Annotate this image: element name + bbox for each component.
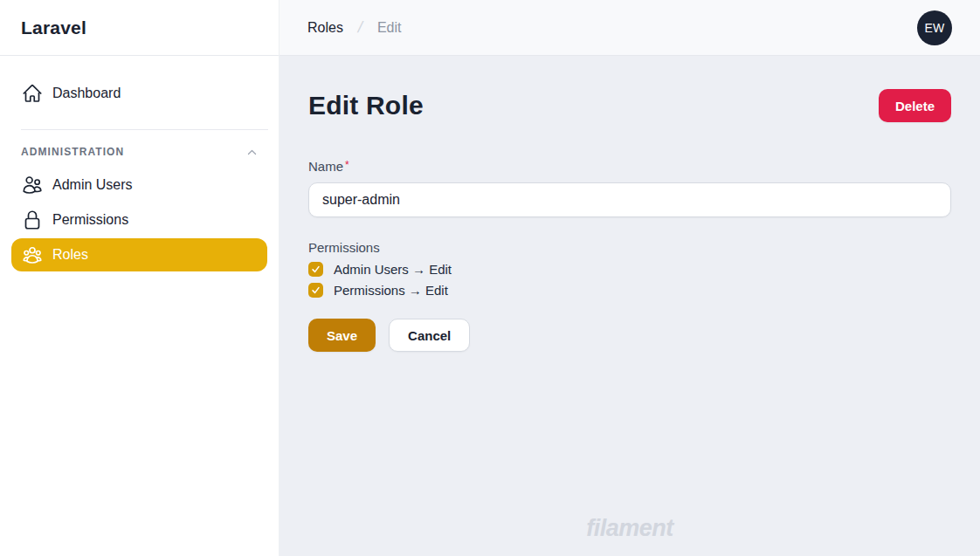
permission-row-admin-users-edit: Admin Users → Edit bbox=[308, 262, 951, 277]
page-title: Edit Role bbox=[308, 91, 424, 120]
permissions-label: Permissions bbox=[308, 240, 951, 255]
name-input[interactable] bbox=[308, 182, 951, 217]
app-window: Laravel Dashboard Administration bbox=[0, 0, 980, 556]
breadcrumb-separator: / bbox=[356, 18, 364, 37]
breadcrumb-current-page: Edit bbox=[377, 20, 402, 36]
sidebar-item-label: Permissions bbox=[52, 212, 128, 228]
sidebar-section-administration[interactable]: Administration bbox=[10, 146, 268, 158]
save-button[interactable]: Save bbox=[308, 319, 376, 352]
page-footer: filament bbox=[308, 515, 951, 546]
home-icon bbox=[22, 83, 43, 104]
permissions-field-group: Permissions Admin Users → Edit bbox=[308, 240, 951, 298]
sidebar-divider bbox=[21, 129, 268, 130]
breadcrumb-roles-link[interactable]: Roles bbox=[307, 20, 343, 36]
permission-label[interactable]: Admin Users → Edit bbox=[334, 262, 452, 277]
sidebar-item-permissions[interactable]: Permissions bbox=[11, 203, 267, 237]
main-column: Roles / Edit EW Edit Role Delete Name* bbox=[280, 0, 980, 556]
delete-button[interactable]: Delete bbox=[879, 89, 951, 122]
chevron-up-icon bbox=[246, 147, 258, 158]
breadcrumb: Roles / Edit bbox=[307, 18, 402, 37]
name-field-group: Name* bbox=[308, 159, 951, 217]
topbar: Roles / Edit EW bbox=[280, 0, 980, 56]
checkbox-checked[interactable] bbox=[308, 283, 323, 298]
sidebar-item-roles[interactable]: Roles bbox=[11, 238, 267, 271]
permission-row-permissions-edit: Permissions → Edit bbox=[308, 283, 951, 298]
brand-header: Laravel bbox=[0, 0, 279, 56]
check-icon bbox=[311, 264, 321, 274]
checkbox-checked[interactable] bbox=[308, 262, 323, 277]
sidebar-item-label: Roles bbox=[52, 247, 88, 263]
sidebar-item-label: Dashboard bbox=[52, 86, 121, 101]
sidebar-item-admin-users[interactable]: Admin Users bbox=[11, 168, 267, 202]
user-group-icon bbox=[22, 244, 43, 265]
filament-logo: filament bbox=[586, 515, 673, 542]
sidebar-nav: Dashboard Administration Admin Users bbox=[0, 56, 279, 284]
user-avatar[interactable]: EW bbox=[917, 10, 952, 45]
lock-icon bbox=[22, 209, 43, 230]
required-asterisk: * bbox=[345, 159, 349, 171]
form-actions: Save Cancel bbox=[308, 319, 951, 352]
permission-label[interactable]: Permissions → Edit bbox=[334, 283, 448, 298]
name-field-label: Name* bbox=[308, 159, 349, 174]
page-content: Edit Role Delete Name* Permissions bbox=[280, 56, 980, 556]
edit-role-form: Name* Permissions Admin Users → Edit bbox=[308, 159, 951, 352]
cancel-button[interactable]: Cancel bbox=[389, 319, 470, 352]
name-label-text: Name bbox=[308, 159, 343, 174]
sidebar-item-dashboard[interactable]: Dashboard bbox=[11, 77, 267, 110]
brand-logo[interactable]: Laravel bbox=[21, 17, 86, 38]
sidebar-item-label: Admin Users bbox=[52, 177, 133, 193]
sidebar-section-label: Administration bbox=[21, 146, 124, 158]
sidebar: Laravel Dashboard Administration bbox=[0, 0, 280, 556]
check-icon bbox=[311, 285, 321, 295]
page-header: Edit Role Delete bbox=[308, 89, 951, 122]
users-icon bbox=[22, 175, 43, 196]
